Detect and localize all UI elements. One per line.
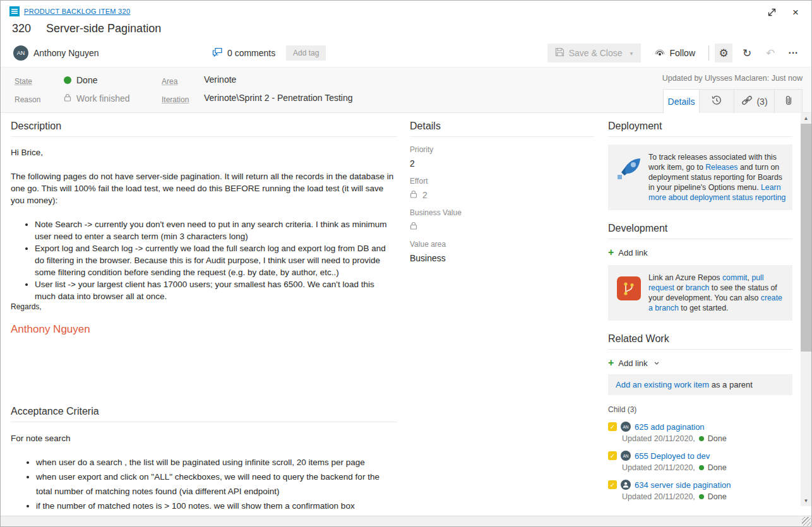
- value-area-label: Value area: [410, 240, 594, 249]
- development-info-box: Link an Azure Repos commit, pull request…: [608, 265, 792, 321]
- acceptance-bullet-list: when user do a search , the list will be…: [36, 455, 397, 513]
- description-editor[interactable]: Hi Brice, The following pages do not hav…: [11, 146, 397, 335]
- branch-link[interactable]: branch: [686, 283, 710, 292]
- tab-details[interactable]: Details: [663, 89, 700, 113]
- done-dot-icon: [699, 465, 704, 470]
- value-area-field[interactable]: Business: [410, 252, 594, 263]
- details-column: Details Priority 2 Effort 2 Business Val…: [410, 113, 594, 263]
- work-item-id: 320: [12, 22, 31, 35]
- vertical-scrollbar[interactable]: ▲ ▼: [801, 113, 811, 506]
- state-label: State: [15, 77, 32, 86]
- area-label: Area: [162, 77, 177, 86]
- scrollbar-up-icon[interactable]: ▲: [801, 113, 811, 124]
- task-icon: ✓: [608, 422, 617, 431]
- updated-by-text: Updated by Ulysses Maclaren: Just now: [662, 74, 803, 83]
- related-work-heading: Related Work: [608, 333, 792, 350]
- resize-grip-icon[interactable]: [802, 517, 811, 526]
- iteration-field[interactable]: Verinote\Sprint 2 - Penetration Testing: [204, 93, 353, 103]
- tab-links[interactable]: (3): [734, 89, 775, 113]
- child-group-header: Child (3): [608, 405, 792, 414]
- refresh-icon[interactable]: ↻: [738, 44, 756, 62]
- effort-value: 2: [422, 190, 427, 200]
- development-info-text: Link an Azure Repos commit, pull request…: [648, 273, 786, 313]
- scrollbar-down-icon[interactable]: ▼: [801, 495, 811, 506]
- acceptance-bullet: when user export and click on "ALL" chec…: [36, 470, 397, 499]
- child-updated-text: Updated 20/11/2020,: [622, 492, 695, 501]
- reason-label: Reason: [15, 95, 40, 104]
- state-field[interactable]: Done: [64, 75, 97, 85]
- development-text: or: [674, 283, 686, 292]
- add-existing-work-item-link[interactable]: Add an existing work item: [616, 380, 709, 389]
- acceptance-criteria-heading: Acceptance Criteria: [11, 406, 397, 422]
- comment-icon: [212, 47, 223, 59]
- save-dropdown-caret-icon[interactable]: ▾: [630, 50, 633, 57]
- reason-value: Work finished: [76, 93, 130, 104]
- settings-gear-icon[interactable]: ⚙: [715, 44, 732, 62]
- child-avatar-person-icon: [621, 480, 631, 490]
- undo-icon[interactable]: ↶: [761, 44, 779, 62]
- close-icon[interactable]: ×: [790, 6, 801, 18]
- follow-label: Follow: [670, 48, 695, 58]
- development-text: to get started.: [679, 304, 729, 312]
- tab-attachments[interactable]: [775, 89, 803, 113]
- iteration-label: Iteration: [162, 95, 189, 104]
- description-column: Description Hi Brice, The following page…: [11, 113, 397, 513]
- state-done-dot-icon: [64, 76, 71, 84]
- links-count: (3): [756, 97, 767, 107]
- assignee-avatar: AN: [13, 45, 28, 61]
- pipelines-rocket-icon: [614, 152, 643, 203]
- more-actions-icon[interactable]: •••: [785, 44, 803, 62]
- tab-bar: Details (3): [663, 89, 803, 113]
- azure-repos-icon: [614, 273, 643, 313]
- dialog-bottom-edge: [1, 516, 811, 526]
- priority-label: Priority: [410, 145, 594, 154]
- related-add-link-button[interactable]: + Add link: [608, 358, 792, 368]
- work-item-header: PRODUCT BACKLOG ITEM 320 × 320 Server-si…: [1, 1, 811, 67]
- details-heading: Details: [410, 121, 594, 137]
- deployment-info-box: To track releases associated with this w…: [608, 145, 792, 210]
- work-item-title[interactable]: Server-side Pagination: [46, 22, 161, 35]
- tab-history[interactable]: [700, 89, 734, 113]
- follow-button[interactable]: Follow: [647, 44, 703, 62]
- add-parent-box: Add an existing work item as a parent: [608, 374, 792, 395]
- description-bullet: Export log and Search log -> currently w…: [35, 242, 397, 278]
- status-band: State Done Reason Work finished Area Ver…: [1, 67, 811, 113]
- comments-count: 0 comments: [227, 48, 275, 58]
- child-avatar: AN: [621, 451, 631, 461]
- acceptance-criteria-editor[interactable]: For note search when user do a search , …: [11, 431, 397, 513]
- task-icon: ✓: [608, 451, 617, 460]
- priority-field[interactable]: 2: [410, 158, 594, 169]
- breadcrumb-link[interactable]: PRODUCT BACKLOG ITEM 320: [24, 8, 130, 15]
- child-work-item-link[interactable]: 655 Deployed to dev: [635, 451, 710, 461]
- acceptance-bullet: if the number of matched notes is > 100 …: [36, 499, 397, 513]
- expand-icon[interactable]: [766, 6, 777, 18]
- assignee-name: Anthony Nguyen: [33, 48, 99, 58]
- state-value: Done: [76, 75, 97, 85]
- development-add-link-button[interactable]: + Add link: [608, 247, 792, 258]
- releases-link[interactable]: Releases: [705, 163, 737, 172]
- development-text: Link an Azure Repos: [648, 273, 722, 282]
- description-heading: Description: [11, 121, 397, 137]
- work-item-meta-row: AN Anthony Nguyen 0 comments Add tag Sav…: [13, 44, 811, 62]
- area-field[interactable]: Verinote: [204, 74, 236, 85]
- child-work-item-link[interactable]: 634 server side pagination: [635, 480, 731, 490]
- child-state: Done: [708, 434, 727, 443]
- business-value-label: Business Value: [410, 208, 594, 217]
- acceptance-intro: For note search: [11, 431, 397, 446]
- lock-icon: [410, 222, 417, 232]
- comments-button[interactable]: 0 comments: [212, 44, 275, 62]
- save-close-button[interactable]: Save & Close ▾: [547, 44, 641, 62]
- chevron-down-icon: [654, 360, 660, 366]
- commit-link[interactable]: commit: [722, 273, 748, 282]
- child-work-item: ✓ AN 625 add pagination Updated 20/11/20…: [608, 422, 792, 443]
- work-item-dialog: PRODUCT BACKLOG ITEM 320 × 320 Server-si…: [0, 0, 812, 527]
- effort-label: Effort: [410, 177, 594, 186]
- description-bullet: User list -> your largest client has 170…: [35, 278, 397, 302]
- lock-icon: [64, 93, 71, 104]
- toolbar-divider: [708, 45, 709, 61]
- scrollbar-thumb[interactable]: [801, 124, 811, 352]
- lock-icon: [410, 190, 417, 200]
- child-work-item-link[interactable]: 625 add pagination: [635, 422, 705, 432]
- deployment-info-text: To track releases associated with this w…: [648, 152, 786, 203]
- add-tag-button[interactable]: Add tag: [286, 45, 326, 61]
